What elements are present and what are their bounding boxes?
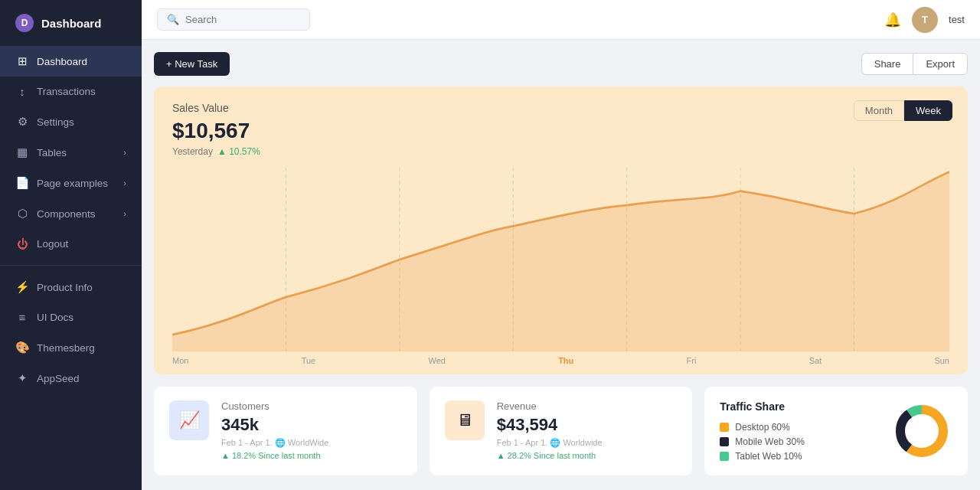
sidebar-item-label: AppSeed	[37, 373, 80, 384]
week-button[interactable]: Week	[904, 100, 952, 121]
sales-value: $10,567	[172, 119, 949, 143]
sidebar-item-label: Logout	[37, 238, 68, 250]
logout-icon: ⏻	[15, 237, 29, 250]
topbar-right: 🔔 T test	[884, 7, 965, 33]
chevron-right-icon: ›	[123, 148, 126, 157]
sidebar-item-label: UI Docs	[37, 312, 74, 323]
themesberg-icon: 🎨	[15, 341, 29, 354]
sales-chart-area	[172, 168, 949, 351]
tables-icon: ▦	[15, 145, 29, 159]
sidebar-item-themesberg[interactable]: 🎨 Themesberg	[0, 332, 142, 363]
legend-mobile: Mobile Web 30%	[720, 436, 879, 447]
chevron-right-icon: ›	[123, 178, 126, 188]
sidebar-item-label: Dashboard	[37, 56, 87, 67]
day-label-mon: Mon	[172, 356, 188, 365]
sidebar-item-label: Transactions	[37, 86, 96, 97]
topbar: 🔍 🔔 T test	[142, 0, 980, 40]
export-button[interactable]: Export	[913, 53, 968, 75]
chevron-right-icon: ›	[123, 209, 126, 218]
sidebar-item-transactions[interactable]: ↕ Transactions	[0, 77, 142, 106]
sidebar-item-logout[interactable]: ⏻ Logout	[0, 229, 142, 259]
sidebar-item-label: Tables	[37, 147, 67, 158]
stats-row: 📈 Customers 345k Feb 1 - Apr 1. 🌐 WorldW…	[154, 387, 968, 475]
customers-sub: Feb 1 - Apr 1. 🌐 WorldWide	[221, 438, 402, 448]
revenue-sub: Feb 1 - Apr 1. 🌐 Worldwide	[497, 438, 678, 448]
sidebar-divider	[0, 265, 142, 266]
sidebar-item-label: Product Info	[37, 282, 93, 293]
sidebar-item-tables[interactable]: ▦ Tables ›	[0, 137, 142, 168]
sidebar-item-product-info[interactable]: ⚡ Product Info	[0, 272, 142, 302]
search-wrap[interactable]: 🔍	[157, 8, 310, 31]
traffic-card: Traffic Share Desktop 60% Mobile Web 30%	[704, 387, 968, 475]
traffic-info: Traffic Share Desktop 60% Mobile Web 30%	[720, 400, 879, 462]
sidebar-item-components[interactable]: ⬡ Components ›	[0, 198, 142, 229]
legend-desktop: Desktop 60%	[720, 422, 879, 433]
search-icon: 🔍	[167, 14, 179, 25]
traffic-legend: Desktop 60% Mobile Web 30% Tablet Web 10…	[720, 422, 879, 462]
revenue-label: Revenue	[497, 400, 678, 412]
sidebar-logo-text: Dashboard	[41, 17, 101, 30]
logo-icon: D	[15, 14, 34, 32]
tablet-label: Tablet Web 10%	[735, 451, 802, 462]
desktop-dot	[720, 423, 729, 432]
sidebar-nav: ⊞ Dashboard ↕ Transactions ⚙ Settings ▦ …	[0, 46, 142, 490]
sidebar-item-appseed[interactable]: ✦ AppSeed	[0, 363, 142, 394]
transactions-icon: ↕	[15, 85, 29, 98]
revenue-value: $43,594	[497, 415, 678, 435]
mobile-label: Mobile Web 30%	[735, 436, 805, 447]
docs-icon: ≡	[15, 311, 29, 324]
avatar: T	[912, 7, 938, 33]
traffic-title: Traffic Share	[720, 400, 879, 413]
day-label-fri: Fri	[687, 356, 697, 365]
desktop-label: Desktop 60%	[735, 422, 789, 433]
share-button[interactable]: Share	[861, 53, 913, 75]
content-area: + New Task Share Export Sales Value $10,…	[142, 40, 980, 490]
sales-title: Sales Value	[172, 102, 949, 114]
sidebar-item-ui-docs[interactable]: ≡ UI Docs	[0, 302, 142, 332]
revenue-change: ▲ 28.2% Since last month	[497, 451, 678, 460]
month-button[interactable]: Month	[854, 100, 904, 121]
mobile-dot	[720, 437, 729, 446]
sales-chart-card: Sales Value $10,567 Yesterday ▲ 10.57% M…	[154, 87, 968, 374]
day-label-tue: Tue	[302, 356, 316, 365]
main-content: 🔍 🔔 T test + New Task Share Export Sales…	[142, 0, 980, 490]
customers-change: ▲ 18.2% Since last month	[221, 451, 402, 460]
settings-icon: ⚙	[15, 115, 29, 129]
customers-value: 345k	[221, 415, 402, 435]
sidebar-item-label: Settings	[37, 116, 74, 128]
appseed-icon: ✦	[15, 371, 29, 385]
customers-label: Customers	[221, 400, 402, 412]
day-label-thu: Thu	[558, 356, 573, 365]
sidebar-item-settings[interactable]: ⚙ Settings	[0, 106, 142, 137]
share-export-group: Share Export	[861, 53, 968, 75]
sidebar: D Dashboard ⊞ Dashboard ↕ Transactions ⚙…	[0, 0, 142, 490]
day-label-wed: Wed	[428, 356, 445, 365]
sidebar-item-label: Page examples	[37, 178, 108, 189]
page-icon: 📄	[15, 176, 29, 190]
username-label: test	[949, 14, 965, 25]
legend-tablet: Tablet Web 10%	[720, 451, 879, 462]
period-buttons: Month Week	[854, 100, 952, 121]
sales-meta: Yesterday ▲ 10.57%	[172, 146, 949, 157]
notification-bell-icon[interactable]: 🔔	[884, 11, 901, 28]
sales-change: ▲ 10.57%	[217, 146, 260, 157]
customers-icon-box: 📈	[169, 400, 209, 440]
customers-info: Customers 345k Feb 1 - Apr 1. 🌐 WorldWid…	[221, 400, 402, 460]
sidebar-item-dashboard[interactable]: ⊞ Dashboard	[0, 46, 142, 77]
components-icon: ⬡	[15, 207, 29, 220]
sales-line-chart	[172, 168, 949, 351]
dashboard-icon: ⊞	[15, 54, 29, 68]
sidebar-item-label: Components	[37, 208, 96, 220]
svg-point-9	[907, 416, 936, 446]
customers-icon: 📈	[179, 410, 200, 430]
new-task-button[interactable]: + New Task	[154, 52, 230, 76]
sidebar-item-page-examples[interactable]: 📄 Page examples ›	[0, 168, 142, 198]
donut-chart	[891, 400, 952, 462]
sidebar-item-label: Themesberg	[37, 342, 95, 354]
day-label-sat: Sat	[809, 356, 822, 365]
customers-card: 📈 Customers 345k Feb 1 - Apr 1. 🌐 WorldW…	[154, 387, 417, 475]
chart-day-labels: Mon Tue Wed Thu Fri Sat Sun	[172, 351, 949, 374]
period-label: Yesterday	[172, 146, 213, 157]
search-input[interactable]	[185, 14, 300, 25]
tablet-dot	[720, 452, 729, 461]
